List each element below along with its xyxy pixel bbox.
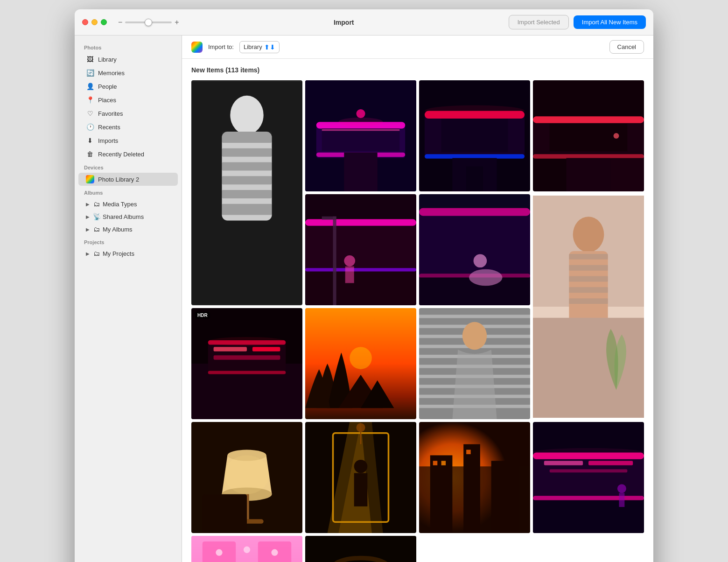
- photo-cell[interactable]: [419, 194, 530, 305]
- svg-rect-67: [214, 355, 280, 360]
- svg-rect-0: [86, 175, 94, 183]
- maximize-button[interactable]: [101, 19, 107, 25]
- photo-cell[interactable]: [533, 422, 644, 533]
- import-selected-button[interactable]: Import Selected: [509, 15, 569, 29]
- my-projects-label: My Projects: [103, 250, 134, 257]
- svg-rect-90: [203, 494, 247, 533]
- photo-cell[interactable]: [419, 308, 530, 419]
- people-icon: 👤: [86, 82, 94, 91]
- import-destination-dropdown[interactable]: Library ⬆⬇: [239, 41, 280, 53]
- photo-cell[interactable]: [191, 422, 302, 533]
- dropdown-arrows-icon: ⬆⬇: [264, 43, 275, 51]
- svg-rect-99: [430, 455, 453, 533]
- media-types-chevron: ▶: [86, 202, 90, 207]
- svg-point-68: [208, 337, 286, 346]
- sidebar-item-recents-label: Recents: [98, 124, 120, 131]
- title-bar: − + Import Import Selected Import All Ne…: [75, 9, 653, 35]
- photo-cell[interactable]: [305, 80, 416, 191]
- zoom-slider-track[interactable]: [125, 21, 172, 23]
- svg-rect-58: [569, 298, 608, 304]
- close-button[interactable]: [82, 19, 88, 25]
- sidebar-item-my-albums[interactable]: ▶ 🗂 My Albums: [78, 223, 178, 235]
- svg-rect-59: [533, 318, 644, 418]
- minimize-button[interactable]: [91, 19, 98, 25]
- import-destination-value: Library: [244, 43, 262, 50]
- svg-point-115: [533, 448, 644, 457]
- photo-bg: [305, 536, 416, 562]
- svg-point-123: [244, 547, 250, 553]
- svg-rect-66: [252, 347, 280, 351]
- sidebar-item-shared-albums[interactable]: ▶ 📡 Shared Albums: [78, 211, 178, 223]
- window-title: Import: [334, 19, 354, 26]
- photo-cell[interactable]: HDR: [191, 308, 302, 419]
- sidebar-item-my-projects[interactable]: ▶ 🗂 My Projects: [78, 247, 178, 260]
- svg-point-17: [356, 109, 365, 118]
- photo-cell[interactable]: [533, 80, 644, 191]
- sidebar-item-favorites-label: Favorites: [98, 110, 123, 117]
- import-to-label: Import to:: [208, 43, 234, 50]
- sidebar-item-imports[interactable]: ⬇ Imports: [78, 134, 178, 147]
- svg-point-83: [462, 322, 487, 350]
- photo-bg: [533, 194, 644, 419]
- svg-rect-38: [305, 272, 416, 305]
- my-albums-label: My Albums: [103, 226, 133, 233]
- photo-bg: [191, 308, 302, 419]
- svg-rect-40: [345, 267, 354, 283]
- photo-cell[interactable]: [305, 422, 416, 533]
- svg-rect-44: [419, 211, 530, 278]
- library-icon: 🖼: [86, 55, 94, 63]
- photo-cell[interactable]: [305, 194, 416, 305]
- svg-rect-14: [322, 129, 400, 151]
- recently-deleted-icon: 🗑: [86, 150, 94, 158]
- svg-rect-7: [222, 176, 272, 184]
- photo-cell[interactable]: [191, 536, 302, 562]
- sidebar-item-memories[interactable]: 🔄 Memories: [78, 66, 178, 79]
- shared-albums-chevron: ▶: [86, 214, 90, 219]
- svg-rect-114: [619, 493, 624, 507]
- shared-albums-icon: 📡: [92, 213, 101, 220]
- sidebar-item-recently-deleted[interactable]: 🗑 Recently Deleted: [78, 148, 178, 161]
- device-label: Photo Library 2: [98, 176, 139, 183]
- svg-rect-65: [214, 347, 247, 351]
- sidebar-item-media-types[interactable]: ▶ 🗂 Media Types: [78, 198, 178, 210]
- zoom-out-button[interactable]: −: [118, 18, 122, 27]
- svg-rect-37: [305, 268, 416, 271]
- photo-bg: [533, 80, 644, 191]
- photo-cell[interactable]: [533, 194, 644, 419]
- places-icon: 📍: [86, 96, 94, 104]
- sidebar-item-library[interactable]: 🖼 Library: [78, 53, 178, 66]
- svg-point-2: [230, 96, 263, 134]
- photo-bg: [419, 422, 530, 533]
- photo-cell[interactable]: [419, 422, 530, 533]
- photo-cell[interactable]: [305, 308, 416, 419]
- zoom-in-button[interactable]: +: [175, 18, 179, 27]
- svg-point-39: [344, 255, 355, 267]
- sidebar-item-imports-label: Imports: [98, 137, 118, 144]
- my-projects-icon: 🗂: [92, 250, 101, 257]
- sidebar-item-recents[interactable]: 🕐 Recents: [78, 120, 178, 133]
- sidebar: Photos 🖼 Library 🔄 Memories 👤 People 📍 P…: [75, 35, 182, 562]
- svg-rect-110: [544, 461, 583, 465]
- svg-rect-36: [305, 219, 416, 226]
- svg-rect-5: [222, 148, 272, 157]
- photo-cell[interactable]: [419, 80, 530, 191]
- zoom-slider-thumb[interactable]: [145, 19, 152, 26]
- sidebar-item-places[interactable]: 📍 Places: [78, 93, 178, 106]
- photo-cell[interactable]: [305, 536, 416, 562]
- svg-rect-112: [550, 469, 628, 472]
- photo-cell[interactable]: [191, 80, 302, 305]
- photo-grid-container[interactable]: New Items (113 items): [182, 59, 653, 562]
- sidebar-item-photo-library-2[interactable]: Photo Library 2: [78, 173, 178, 186]
- sidebar-item-people-label: People: [98, 83, 117, 90]
- photo-bg: [533, 422, 644, 533]
- svg-rect-55: [569, 265, 608, 271]
- zoom-slider-area: − +: [118, 18, 179, 27]
- sidebar-item-people[interactable]: 👤 People: [78, 80, 178, 93]
- svg-point-18: [338, 118, 383, 126]
- sidebar-item-recently-deleted-label: Recently Deleted: [98, 151, 144, 158]
- svg-rect-15: [322, 129, 400, 131]
- import-all-button[interactable]: Import All New Items: [574, 15, 646, 29]
- main-content: Photos 🖼 Library 🔄 Memories 👤 People 📍 P…: [75, 35, 653, 562]
- cancel-button[interactable]: Cancel: [609, 40, 644, 54]
- sidebar-item-favorites[interactable]: ♡ Favorites: [78, 107, 178, 120]
